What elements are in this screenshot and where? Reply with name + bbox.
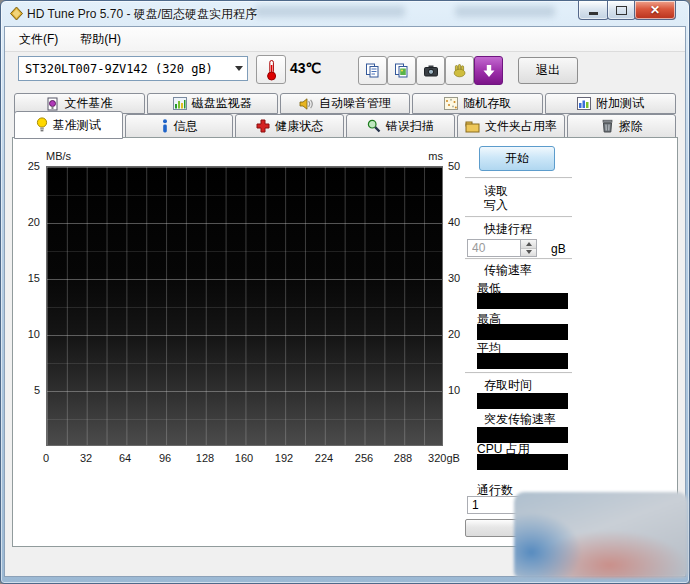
tab-erase[interactable]: 擦除 [567, 114, 676, 138]
tab-row-bottom: 基准测试 信息 健康状态 错误扫描 [14, 114, 676, 138]
random-access-icon [444, 97, 458, 110]
file-benchmark-icon [46, 97, 59, 111]
copy-image-button[interactable] [387, 56, 416, 85]
spinner-up-icon [526, 242, 532, 246]
tab-folder-usage[interactable]: 文件夹占用率 [457, 114, 566, 138]
short-stroke-label: 快捷行程 [484, 221, 532, 238]
x-axis-tick: 192 [264, 451, 304, 465]
tab-label: 磁盘监视器 [192, 95, 252, 112]
transfer-rate-label: 传输速率 [484, 262, 532, 279]
drive-select-value: ST320LT007-9ZV142 (320 gB) [19, 62, 230, 76]
benchmark-plot-area [46, 166, 443, 446]
magnifier-icon [367, 119, 381, 133]
tab-extra-tests[interactable]: 附加测试 [545, 93, 676, 114]
close-button[interactable]: ✕ [634, 1, 676, 20]
tab-label: 自动噪音管理 [319, 95, 391, 112]
exit-button[interactable]: 退出 [518, 57, 578, 84]
x-axis-tick: 32 [66, 451, 106, 465]
hand-icon [452, 63, 468, 78]
update-button[interactable] [474, 56, 503, 85]
short-stroke-value-input[interactable] [468, 240, 520, 256]
y-axis-tick: 20 [14, 215, 40, 229]
drive-select[interactable]: ST320LT007-9ZV142 (320 gB) [18, 56, 248, 81]
tab-info[interactable]: 信息 [125, 114, 234, 138]
benchmark-bulb-icon [36, 117, 48, 133]
watermark-smudge [455, 6, 555, 17]
donate-button[interactable] [445, 56, 474, 85]
maximize-icon [616, 6, 627, 15]
separator [465, 216, 572, 218]
short-stroke-stepper[interactable] [467, 239, 537, 257]
access-time-label: 存取时间 [484, 377, 532, 394]
tab-aam[interactable]: 自动噪音管理 [280, 93, 411, 114]
screenshot-button[interactable] [416, 56, 445, 85]
copy-text-icon [365, 63, 380, 78]
x-axis-tick: 64 [105, 451, 145, 465]
down-arrow-icon [482, 64, 496, 78]
info-icon [161, 119, 169, 133]
x-axis-tick: 0 [26, 451, 66, 465]
right-axis-unit: ms [410, 149, 443, 163]
close-icon: ✕ [650, 3, 660, 17]
tab-random-access[interactable]: 随机存取 [412, 93, 543, 114]
separator [465, 177, 572, 179]
window-title: HD Tune Pro 5.70 - 硬盘/固态硬盘实用程序 [27, 6, 257, 23]
spinner-down-icon [526, 250, 532, 254]
tab-benchmark[interactable]: 基准测试 [14, 111, 123, 139]
right-axis-tick: 30 [448, 271, 460, 285]
spinner-down-button[interactable] [521, 248, 536, 257]
copy-image-icon [394, 63, 409, 78]
copy-text-button[interactable] [358, 56, 387, 85]
access-time-value-box [477, 393, 568, 409]
short-stroke-unit: gB [551, 242, 566, 256]
left-axis-unit: MB/s [46, 149, 71, 163]
x-axis-tick: 160 [224, 451, 264, 465]
separator [465, 258, 572, 260]
x-axis-tick: 256 [344, 451, 384, 465]
watermark-smudge [255, 6, 405, 17]
x-axis-tick: 128 [185, 451, 225, 465]
max-value-box [477, 324, 568, 340]
right-axis-tick: 10 [448, 383, 460, 397]
extra-tests-icon [577, 97, 591, 110]
watermark-blur [514, 492, 688, 578]
exit-button-label: 退出 [536, 62, 560, 79]
spinner-up-button[interactable] [521, 240, 536, 248]
minimize-icon [589, 12, 598, 15]
tab-disk-monitor[interactable]: 磁盘监视器 [147, 93, 278, 114]
y-axis-tick: 5 [14, 383, 40, 397]
tab-health[interactable]: 健康状态 [235, 114, 344, 138]
thermometer-icon [265, 59, 278, 81]
camera-icon [423, 64, 439, 78]
x-axis-tick: 288 [383, 451, 423, 465]
min-value-box [477, 293, 568, 309]
tab-label: 文件夹占用率 [485, 118, 557, 135]
tab-label: 随机存取 [463, 95, 511, 112]
folder-icon [465, 120, 480, 133]
right-axis-tick: 50 [448, 159, 460, 173]
right-axis-tick: 40 [448, 215, 460, 229]
y-axis-tick: 15 [14, 271, 40, 285]
tab-label: 健康状态 [275, 118, 323, 135]
tab-label: 文件基准 [64, 95, 112, 112]
y-axis-tick: 10 [14, 327, 40, 341]
cpu-usage-value-box [477, 454, 568, 470]
temperature-button[interactable] [256, 55, 286, 84]
x-axis-tick: 224 [304, 451, 344, 465]
tab-label: 擦除 [619, 118, 643, 135]
minimize-button[interactable] [578, 1, 609, 20]
menu-file[interactable]: 文件(F) [11, 31, 66, 48]
tab-label: 附加测试 [596, 95, 644, 112]
avg-value-box [477, 353, 568, 369]
separator [465, 372, 572, 374]
maximize-button[interactable] [607, 1, 636, 20]
tab-label: 基准测试 [53, 117, 101, 134]
menu-help[interactable]: 帮助(H) [72, 31, 129, 48]
tab-error-scan[interactable]: 错误扫描 [346, 114, 455, 138]
temperature-value: 43℃ [290, 60, 321, 76]
health-cross-icon [256, 119, 270, 133]
start-button[interactable]: 开始 [479, 146, 555, 171]
radio-write-label: 写入 [484, 197, 508, 214]
y-axis-tick: 25 [14, 159, 40, 173]
hd-tune-window: HD Tune Pro 5.70 - 硬盘/固态硬盘实用程序 ✕ 文件(F) 帮… [0, 0, 690, 584]
